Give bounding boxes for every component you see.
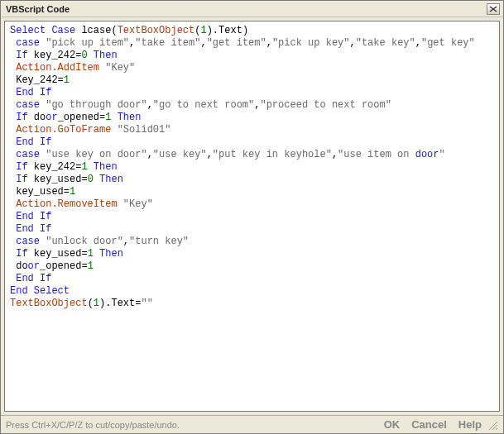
code-token-func: TextBoxObject [118, 25, 195, 36]
code-token-txt: key_used= [28, 174, 88, 185]
code-token-kw: case [16, 37, 40, 49]
code-token-kw: End If [16, 136, 51, 148]
code-token-func: Action.GoToFrame [16, 124, 111, 136]
code-token-kw: Then [99, 248, 123, 260]
code-token-kw: Select Case [10, 25, 75, 36]
code-token-txt [118, 198, 123, 210]
code-token-kw: End If [16, 211, 51, 222]
code-line: Action.AddItem "Key" [10, 62, 494, 74]
code-token-func: Action.RemoveItem [16, 198, 117, 210]
code-token-kw: case [16, 149, 40, 160]
code-line: Select Case lcase(TextBoxObject(1).Text) [10, 25, 494, 37]
code-token-str: " [439, 149, 445, 160]
code-line: End If [10, 223, 494, 236]
code-token-num: 1 [64, 74, 70, 86]
code-token-txt: Key_242= [10, 74, 64, 86]
code-token-str: "go through door" [46, 99, 146, 111]
code-token-str: "take item" [135, 37, 200, 49]
code-line: Action.GoToFrame "Solid01" [10, 124, 494, 136]
cancel-button[interactable]: Cancel [411, 418, 447, 431]
resize-grip[interactable] [487, 419, 498, 431]
code-line: If key_242=1 Then [10, 161, 494, 174]
code-token-kw: If [16, 248, 27, 260]
code-token-txt [111, 124, 117, 136]
code-token-txt: , [123, 236, 129, 247]
code-token-txt [94, 248, 99, 260]
code-line: If key_used=1 Then [10, 248, 494, 260]
status-buttons: OK Cancel Help [384, 418, 482, 431]
code-token-func: TextBoxObject [10, 298, 88, 309]
code-token-str: "get key" [421, 37, 475, 49]
code-token-txt: , [266, 37, 272, 49]
code-line: If key_242=0 Then [10, 50, 494, 62]
code-token-txt: key_242= [28, 161, 82, 173]
status-hint: Press Ctrl+X/C/P/Z to cut/copy/paste/und… [6, 420, 384, 430]
code-token-num: 1 [88, 248, 94, 260]
code-token-kw: Then [94, 161, 118, 173]
code-token-str: "take key" [356, 37, 415, 49]
code-token-kw: If [16, 161, 27, 173]
code-token-func: Action.AddItem [16, 62, 99, 74]
code-token-str: "use key on door" [46, 149, 146, 160]
code-token-kw: End If [16, 223, 51, 235]
code-line: End If [10, 136, 494, 149]
code-token-str: "go to next room" [153, 99, 254, 111]
code-token-txt: ( [88, 298, 94, 309]
code-token-txt [88, 161, 94, 173]
ok-button[interactable]: OK [384, 418, 401, 431]
code-token-kw: End If [16, 273, 51, 284]
code-line: If key_used=0 Then [10, 174, 494, 186]
code-line: case "use key on door","use key","put ke… [10, 149, 494, 161]
code-token-txt: key_242= [28, 50, 82, 61]
statusbar: Press Ctrl+X/C/P/Z to cut/copy/paste/und… [1, 415, 503, 433]
code-token-str: "pick up key" [272, 37, 350, 49]
code-token-txt: lcase( [75, 25, 117, 36]
code-token-num: 1 [70, 186, 75, 198]
code-token-num: 1 [94, 298, 99, 309]
close-button[interactable] [487, 3, 500, 15]
code-editor[interactable]: Select Case lcase(TextBoxObject(1).Text)… [4, 21, 500, 412]
code-token-txt: key_used= [28, 248, 88, 260]
code-token-txt: ).Text= [99, 298, 141, 309]
code-token-txt: , [147, 99, 153, 111]
code-token-kw: If [16, 112, 27, 123]
code-token-txt: do [28, 112, 46, 123]
code-token-str: "use key" [153, 149, 207, 160]
code-token-kw: If [16, 50, 27, 61]
code-line: case "pick up item","take item","get ite… [10, 37, 494, 50]
code-token-kw: Then [118, 112, 142, 123]
titlebar: VBScript Code [1, 1, 503, 17]
code-token-str: "turn key" [129, 236, 189, 247]
code-token-str: "Key" [123, 198, 153, 210]
code-token-num: 0 [88, 174, 94, 185]
code-line: door_opened=1 [10, 260, 494, 273]
code-line: If door_opened=1 Then [10, 112, 494, 124]
code-token-str: "put key in keyhole" [213, 149, 332, 160]
code-token-str: "proceed to next room" [260, 99, 391, 111]
code-token-txt: , [207, 149, 213, 160]
close-icon [489, 6, 497, 12]
code-token-txt: key_used= [10, 186, 70, 198]
code-line: case "go through door","go to next room"… [10, 99, 494, 112]
help-button[interactable]: Help [458, 418, 482, 431]
code-token-str: "use item on [338, 149, 415, 160]
code-line: End If [10, 273, 494, 285]
code-token-txt: , [147, 149, 153, 160]
code-token-kw: or [28, 260, 40, 272]
code-token-kw: case [16, 236, 40, 247]
code-token-txt: , [332, 149, 338, 160]
code-token-num: 1 [88, 260, 94, 272]
code-token-txt [111, 112, 117, 123]
code-token-num: 1 [200, 25, 206, 36]
code-token-str: "Solid01" [118, 124, 171, 136]
code-token-kw: If [16, 174, 27, 185]
window-title: VBScript Code [6, 4, 70, 14]
code-line: End Select [10, 285, 494, 298]
code-token-txt [94, 174, 99, 185]
code-token-kw: door [415, 149, 439, 160]
code-line: Key_242=1 [10, 74, 494, 87]
code-token-num: 1 [81, 161, 87, 173]
code-line: TextBoxObject(1).Text="" [10, 298, 494, 310]
code-token-kw: End If [16, 87, 51, 98]
code-token-txt: _opened= [58, 112, 106, 123]
